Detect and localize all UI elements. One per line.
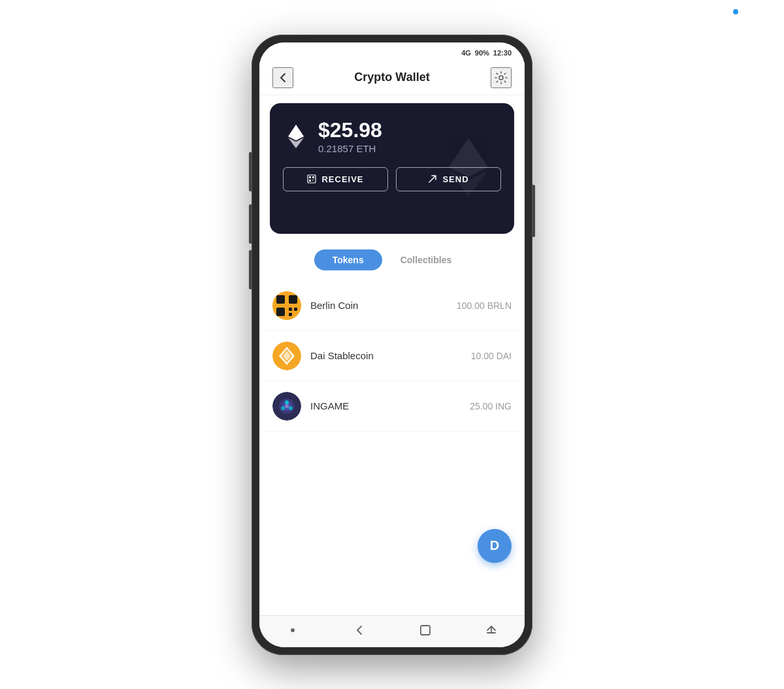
token-item-berlin[interactable]: Berlin Coin 100.00 BRLN xyxy=(259,281,525,331)
svg-rect-8 xyxy=(276,308,285,316)
balance-eth-value: 0.21857 ETH xyxy=(318,143,382,154)
eth-background-icon xyxy=(436,135,501,202)
dai-stablecoin-icon xyxy=(272,342,301,370)
nav-dot[interactable] xyxy=(285,622,301,638)
phone-screen: 4G 90% 12:30 Crypto Wallet xyxy=(259,42,525,647)
token-item-ingame[interactable]: INGAME 25.00 ING xyxy=(259,381,525,432)
nav-share[interactable] xyxy=(483,622,499,638)
ingame-token-name: INGAME xyxy=(310,400,470,411)
blue-dot-indicator xyxy=(733,9,738,14)
ingame-token-icon xyxy=(272,392,301,421)
tab-collectibles[interactable]: Collectibles xyxy=(382,249,470,270)
svg-rect-1 xyxy=(309,176,311,178)
svg-rect-6 xyxy=(276,295,285,304)
svg-rect-2 xyxy=(312,176,314,178)
dai-stablecoin-balance: 10.00 DAI xyxy=(471,351,512,361)
svg-point-20 xyxy=(291,628,295,632)
tab-tokens[interactable]: Tokens xyxy=(314,249,382,270)
svg-point-16 xyxy=(285,400,289,404)
svg-rect-11 xyxy=(289,313,292,316)
dai-stablecoin-name: Dai Stablecoin xyxy=(310,350,471,361)
scene: 4G 90% 12:30 Crypto Wallet xyxy=(0,0,784,689)
settings-button[interactable] xyxy=(491,67,512,88)
svg-rect-9 xyxy=(289,308,292,311)
app-header: Crypto Wallet xyxy=(259,61,525,95)
nav-back[interactable] xyxy=(351,622,367,638)
svg-rect-4 xyxy=(312,180,314,181)
tabs-row: Tokens Collectibles xyxy=(259,242,525,276)
signal-indicator: 4G xyxy=(461,49,471,57)
battery-indicator: 90% xyxy=(475,49,489,57)
page-title: Crypto Wallet xyxy=(354,71,429,84)
nav-home[interactable] xyxy=(417,622,433,638)
eth-icon xyxy=(283,123,309,150)
svg-point-18 xyxy=(281,406,285,410)
svg-rect-10 xyxy=(294,308,297,311)
receive-label: RECEIVE xyxy=(321,174,363,184)
svg-rect-0 xyxy=(308,175,316,183)
token-item-dai[interactable]: Dai Stablecoin 10.00 DAI xyxy=(259,331,525,381)
berlin-coin-balance: 100.00 BRLN xyxy=(457,300,512,311)
ingame-token-balance: 25.00 ING xyxy=(470,401,512,411)
berlin-coin-icon xyxy=(272,291,301,320)
svg-rect-3 xyxy=(309,180,311,182)
svg-point-19 xyxy=(285,404,289,408)
bottom-nav xyxy=(259,615,525,647)
fab-button[interactable]: D xyxy=(478,529,512,563)
balance-card: $25.98 0.21857 ETH xyxy=(270,103,514,234)
balance-usd-value: $25.98 xyxy=(318,119,382,142)
status-bar: 4G 90% 12:30 xyxy=(259,42,525,61)
berlin-coin-name: Berlin Coin xyxy=(310,300,457,311)
receive-button[interactable]: RECEIVE xyxy=(283,167,388,191)
svg-rect-7 xyxy=(289,295,297,304)
svg-point-17 xyxy=(289,406,293,410)
svg-rect-21 xyxy=(421,626,430,635)
token-list: Berlin Coin 100.00 BRLN xyxy=(259,276,525,615)
time-display: 12:30 xyxy=(493,49,512,57)
app-content: Crypto Wallet xyxy=(259,61,525,647)
phone-shell: 4G 90% 12:30 Crypto Wallet xyxy=(252,35,532,655)
back-button[interactable] xyxy=(272,67,293,88)
token-list-content: Berlin Coin 100.00 BRLN xyxy=(259,281,525,432)
balance-info: $25.98 0.21857 ETH xyxy=(318,119,382,154)
fab-label: D xyxy=(490,538,499,553)
